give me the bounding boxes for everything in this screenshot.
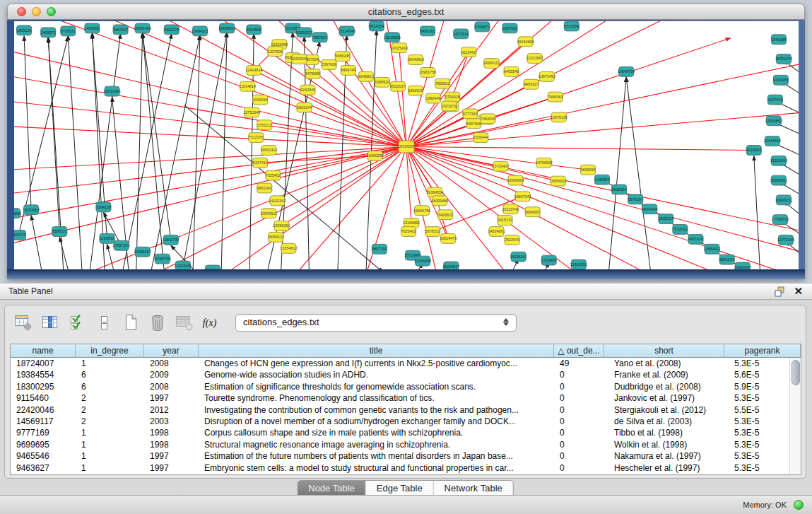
graph-node[interactable]: 2367608 — [322, 60, 336, 70]
table-cell[interactable]: 6 — [76, 369, 144, 380]
table-cell[interactable]: de Silva et al. (2003) — [604, 416, 724, 427]
graph-node[interactable]: 12096351 — [273, 221, 290, 231]
table-cell[interactable]: 2009 — [144, 369, 199, 380]
table-cell[interactable]: 0 — [554, 392, 604, 404]
graph-node[interactable]: 12772345 — [777, 235, 794, 245]
table-settings-button[interactable] — [12, 312, 35, 333]
table-cell[interactable]: Genome-wide association studies in ADHD. — [199, 369, 554, 380]
graph-node[interactable]: 2935114 — [659, 214, 673, 224]
table-row[interactable]: 969969511998Structural magnetic resonanc… — [11, 439, 801, 450]
graph-node[interactable]: 8522037 — [390, 81, 405, 91]
tab-node-table[interactable]: Node Table — [298, 481, 365, 496]
table-cell[interactable]: 9699695 — [11, 439, 76, 450]
graph-node[interactable]: 15193863 — [23, 205, 40, 215]
graph-node[interactable]: 15234817 — [442, 262, 459, 269]
table-cell[interactable]: Franke et al. (2009) — [604, 369, 724, 380]
table-row[interactable]: 1938455462009Genome-wide association stu… — [11, 369, 801, 380]
table-cell[interactable]: Wolkin et al. (1998) — [604, 439, 724, 450]
graph-node[interactable]: 1466951 — [85, 23, 100, 33]
delete-column-button[interactable] — [146, 312, 169, 333]
graph-node[interactable]: 12134058 — [414, 256, 431, 266]
table-cell[interactable]: Estimation of the future numbers of pati… — [199, 450, 554, 462]
graph-node[interactable]: 8813054 — [369, 21, 384, 31]
graph-node[interactable]: 15720407 — [492, 161, 509, 171]
graph-node[interactable]: 15124549 — [339, 26, 355, 36]
table-row[interactable]: 1830029562008Estimation of significance … — [11, 381, 801, 392]
table-cell[interactable]: 1 — [76, 462, 144, 474]
table-cell[interactable]: 9463627 — [11, 462, 76, 474]
graph-node[interactable]: 9329966 — [773, 75, 788, 85]
graph-node[interactable]: 9474444 — [642, 204, 657, 214]
table-cell[interactable]: 49 — [554, 358, 604, 369]
table-row[interactable]: 911546021997Tourette syndrome. Phenomeno… — [11, 392, 801, 404]
column-header-out_de[interactable]: △ out_de... — [554, 344, 604, 358]
table-cell[interactable]: 2012 — [144, 404, 199, 416]
column-visibility-button[interactable] — [39, 312, 61, 333]
table-cell[interactable]: Dudbridge et al. (2008) — [604, 381, 724, 392]
graph-node[interactable]: 9857791 — [372, 244, 387, 254]
graph-node[interactable]: 12213967 — [526, 54, 543, 64]
graph-node[interactable]: 25160850 — [14, 209, 21, 218]
graph-node[interactable]: 9242845 — [300, 85, 315, 95]
graph-node[interactable]: 5878332 — [425, 227, 440, 237]
create-column-button[interactable] — [119, 312, 142, 333]
table-cell[interactable]: Corpus callosum shape and size in male p… — [199, 427, 554, 438]
graph-node[interactable]: 1609133 — [17, 25, 32, 35]
graph-node[interactable]: 8454749 — [341, 65, 355, 75]
table-cell[interactable]: 9465546 — [11, 450, 76, 462]
graph-node[interactable]: 1546388 — [771, 35, 786, 45]
graph-node[interactable]: 6497568 — [466, 119, 481, 129]
column-header-name[interactable]: name — [11, 344, 76, 358]
graph-node[interactable]: 9684067 — [525, 207, 540, 217]
graph-node[interactable]: 16961758 — [419, 67, 436, 77]
citation-network-graph[interactable]: 1872400718300295193845541522605513275068… — [14, 21, 799, 269]
graph-node[interactable]: 16782759 — [154, 254, 171, 264]
graph-node[interactable]: 17957253 — [113, 240, 130, 250]
tab-network-table[interactable]: Network Table — [433, 481, 513, 496]
graph-node[interactable]: 8131304 — [564, 21, 579, 31]
graph-node[interactable]: 16099484 — [431, 196, 448, 206]
table-cell[interactable]: 1997 — [144, 462, 199, 474]
table-cell[interactable]: 0 — [554, 462, 604, 474]
graph-node[interactable]: 1156819 — [100, 233, 114, 243]
graph-node[interactable]: 1562615 — [408, 86, 423, 95]
column-header-in_degree[interactable]: in_degree — [76, 344, 144, 358]
table-row[interactable]: 977716911998Corpus callosum shape and si… — [11, 427, 801, 438]
graph-node[interactable]: 14102342 — [269, 196, 286, 206]
graph-node[interactable]: 1588520 — [375, 77, 389, 87]
table-cell[interactable]: 22420046 — [11, 404, 76, 416]
graph-node[interactable]: 18439523 — [218, 23, 235, 33]
scrollbar-thumb[interactable] — [792, 360, 800, 385]
table-scrollbar[interactable] — [789, 358, 801, 474]
graph-node[interactable]: 9463627 — [524, 79, 539, 89]
table-cell[interactable]: Nakamura et al. (1997) — [604, 450, 724, 462]
column-header-pagerank[interactable]: pagerank — [724, 344, 801, 358]
graph-node[interactable]: 18724007 — [398, 141, 415, 153]
graph-node[interactable]: 16541312 — [260, 146, 277, 156]
graph-node[interactable]: 15751074 — [775, 54, 792, 64]
graph-node[interactable]: 10654112 — [704, 244, 721, 254]
graph-node[interactable]: 7955812 — [435, 78, 450, 88]
select-rows-button[interactable] — [66, 312, 88, 333]
table-row[interactable]: 946362711997Embryonic stem cells: a mode… — [11, 462, 801, 474]
table-cell[interactable]: 1997 — [144, 392, 199, 404]
graph-node[interactable]: 9146821 — [358, 71, 373, 81]
table-cell[interactable]: 1998 — [144, 427, 199, 438]
graph-node[interactable]: 10958187 — [134, 247, 151, 257]
network-canvas[interactable]: 1872400718300295193845541522605513275068… — [14, 21, 799, 269]
table-cell[interactable]: 2 — [76, 392, 144, 404]
graph-node[interactable]: 11814814 — [239, 81, 256, 91]
column-header-title[interactable]: title — [199, 344, 554, 358]
graph-node[interactable]: 2752212 — [257, 120, 272, 130]
graph-node[interactable]: 20053346 — [103, 86, 120, 96]
graph-node[interactable]: 7462026 — [481, 114, 495, 124]
graph-node[interactable]: 16054122 — [267, 232, 284, 242]
graph-node[interactable]: 16914479 — [440, 233, 457, 243]
table-cell[interactable]: Changes of HCN gene expression and I(f) … — [199, 358, 554, 369]
graph-node[interactable]: 3493822 — [438, 210, 453, 220]
graph-node[interactable]: 8466162 — [420, 26, 435, 36]
graph-node[interactable]: 9794028 — [445, 92, 460, 102]
graph-node[interactable]: 1440954 — [594, 175, 609, 185]
graph-node[interactable]: 19218506 — [384, 33, 401, 42]
table-cell[interactable]: 2 — [76, 416, 144, 427]
